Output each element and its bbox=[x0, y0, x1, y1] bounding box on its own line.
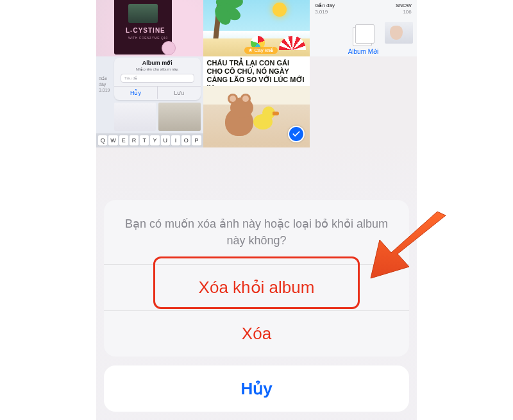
screenshot-stage: L-CYSTINE WITH COENZYME Q10 ★Cây khế bbox=[0, 0, 513, 420]
remove-from-album-button[interactable]: Xóa khỏi album bbox=[104, 264, 409, 310]
action-sheet-prompt: Bạn có muốn xóa ảnh này hoặc loại bỏ khỏ… bbox=[104, 200, 409, 264]
delete-button[interactable]: Xóa bbox=[104, 310, 409, 357]
cancel-button[interactable]: Hủy bbox=[104, 365, 409, 412]
action-sheet: Bạn có muốn xóa ảnh này hoặc loại bỏ khỏ… bbox=[104, 200, 409, 412]
action-sheet-group: Bạn có muốn xóa ảnh này hoặc loại bỏ khỏ… bbox=[104, 200, 409, 357]
